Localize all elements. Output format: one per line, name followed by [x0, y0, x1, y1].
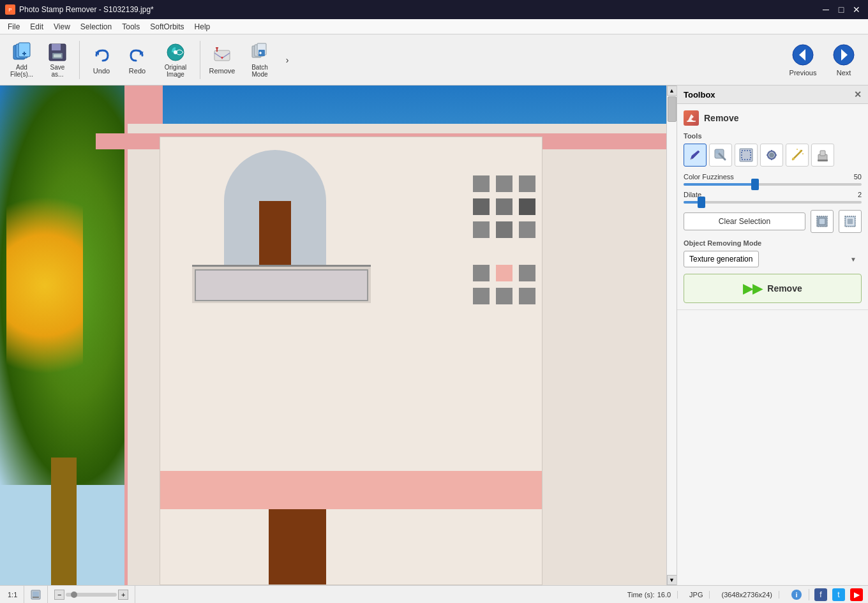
zoom-slider-thumb[interactable] [71, 592, 77, 598]
redo-icon [127, 45, 147, 66]
time-label: Time (s): [627, 591, 655, 599]
menu-file[interactable]: File [3, 21, 25, 33]
info-icon[interactable]: i [791, 589, 802, 600]
toolbar: AddFile(s)... Saveas... Undo [0, 34, 868, 86]
menu-softorbits[interactable]: SoftOrbits [145, 21, 189, 33]
toolbar-expand-button[interactable]: › [281, 38, 294, 82]
toolbox-header: Toolbox ✕ [677, 86, 868, 104]
remove-button-label: Remove [767, 283, 802, 294]
redo-button[interactable]: Redo [121, 38, 154, 82]
remove-header: Remove [684, 110, 862, 126]
selection-buttons-row: Clear Selection [684, 210, 862, 233]
color-fuzziness-fill [684, 183, 755, 186]
toolbox-close-button[interactable]: ✕ [854, 89, 862, 100]
color-fuzziness-value: 50 [854, 173, 862, 181]
pencil-tool-button[interactable] [684, 144, 707, 167]
app-title: Photo Stamp Remover - S1032139.jpg* [19, 5, 154, 14]
window-controls: ─ □ ✕ [819, 3, 863, 16]
tree-trunk [51, 458, 77, 585]
tree-flowers [6, 165, 83, 405]
dropdown-row: Texture generation ▼ [684, 251, 862, 267]
dropdown-arrow-icon: ▼ [850, 256, 857, 263]
scroll-track-v[interactable] [667, 96, 677, 575]
scroll-thumb-v[interactable] [668, 96, 677, 122]
add-files-label: AddFile(s)... [10, 64, 33, 78]
color-fuzziness-track[interactable] [684, 183, 862, 186]
menubar: File Edit View Selection Tools SoftOrbit… [0, 19, 868, 34]
svg-rect-28 [687, 121, 696, 122]
texture-generation-dropdown[interactable]: Texture generation [684, 251, 759, 267]
minimize-button[interactable]: ─ [819, 3, 832, 16]
original-image-button[interactable]: OriginalImage [156, 38, 195, 82]
svg-point-31 [715, 150, 719, 154]
menu-selection[interactable]: Selection [75, 21, 117, 33]
clear-selection-button[interactable]: Clear Selection [684, 212, 805, 230]
dimensions-section: (3648x2736x24) [715, 591, 779, 599]
select-all-button[interactable] [811, 210, 834, 233]
original-image-label: OriginalImage [165, 64, 186, 78]
facebook-icon[interactable]: f [814, 588, 827, 601]
remove-toolbar-button[interactable]: Remove [206, 38, 239, 82]
texture-generation-dropdown-wrapper: Texture generation ▼ [684, 251, 862, 267]
canvas-area[interactable]: ▲ ▼ [0, 86, 677, 585]
svg-point-14 [174, 50, 177, 54]
dilate-track[interactable] [684, 201, 862, 204]
previous-label: Previous [789, 69, 817, 77]
nav-buttons: Previous Next [784, 38, 863, 82]
undo-button[interactable]: Undo [85, 38, 118, 82]
stamp-tool-button[interactable] [811, 144, 834, 167]
svg-point-44 [792, 158, 795, 160]
close-button[interactable]: ✕ [850, 3, 863, 16]
remove-button[interactable]: ▶▶ Remove [684, 274, 862, 303]
magic-wand-tool-button[interactable] [709, 144, 732, 167]
image-canvas[interactable] [0, 86, 677, 585]
menu-help[interactable]: Help [190, 21, 216, 33]
zoom-controls: − + [54, 590, 128, 600]
menu-edit[interactable]: Edit [25, 21, 49, 33]
info-button-section: i [784, 589, 809, 600]
remove-section-icon [684, 110, 699, 126]
add-files-icon [11, 42, 32, 63]
scroll-up-button[interactable]: ▲ [667, 86, 677, 96]
zoom-slider-track[interactable] [66, 593, 117, 597]
svg-rect-47 [818, 160, 828, 161]
batch-mode-button[interactable]: BatchMode [241, 38, 278, 82]
vertical-scrollbar[interactable]: ▲ ▼ [666, 86, 677, 585]
previous-button[interactable]: Previous [784, 38, 822, 82]
format-value: JPG [689, 591, 703, 599]
building-facade [160, 137, 542, 585]
menu-tools[interactable]: Tools [117, 21, 145, 33]
lasso-tool-button[interactable] [735, 144, 758, 167]
settings-tool-button[interactable] [760, 144, 783, 167]
app-icon: P [5, 4, 15, 15]
youtube-icon[interactable]: ▶ [850, 588, 863, 601]
svg-text:i: i [795, 591, 797, 599]
twitter-icon[interactable]: t [832, 588, 845, 601]
zoom-in-button[interactable]: + [118, 590, 128, 600]
svg-rect-49 [819, 218, 825, 225]
wand-tool-button[interactable] [786, 144, 809, 167]
image-icon [31, 590, 41, 600]
menu-view[interactable]: View [49, 21, 75, 33]
scroll-down-button[interactable]: ▼ [667, 575, 677, 585]
zoom-display: 1:1 [5, 586, 24, 603]
invert-selection-button[interactable] [839, 210, 862, 233]
tree [0, 86, 128, 585]
zoom-value: 1:1 [8, 591, 17, 599]
dilate-thumb[interactable] [698, 197, 705, 208]
color-fuzziness-slider-row: Color Fuzziness 50 [684, 173, 862, 186]
remove-button-icon: ▶▶ [743, 281, 762, 296]
add-files-button[interactable]: AddFile(s)... [5, 38, 38, 82]
titlebar: P Photo Stamp Remover - S1032139.jpg* ─ … [0, 0, 868, 19]
zoom-out-button[interactable]: − [54, 590, 64, 600]
color-fuzziness-label: Color Fuzziness [684, 173, 734, 181]
save-as-button[interactable]: Saveas... [41, 38, 74, 82]
time-value: 16.0 [657, 591, 671, 599]
next-label: Next [837, 69, 851, 77]
color-fuzziness-label-row: Color Fuzziness 50 [684, 173, 862, 181]
maximize-button[interactable]: □ [835, 3, 848, 16]
next-button[interactable]: Next [825, 38, 863, 82]
color-fuzziness-thumb[interactable] [751, 179, 759, 190]
batch-mode-icon [250, 42, 270, 63]
svg-rect-51 [847, 218, 853, 225]
